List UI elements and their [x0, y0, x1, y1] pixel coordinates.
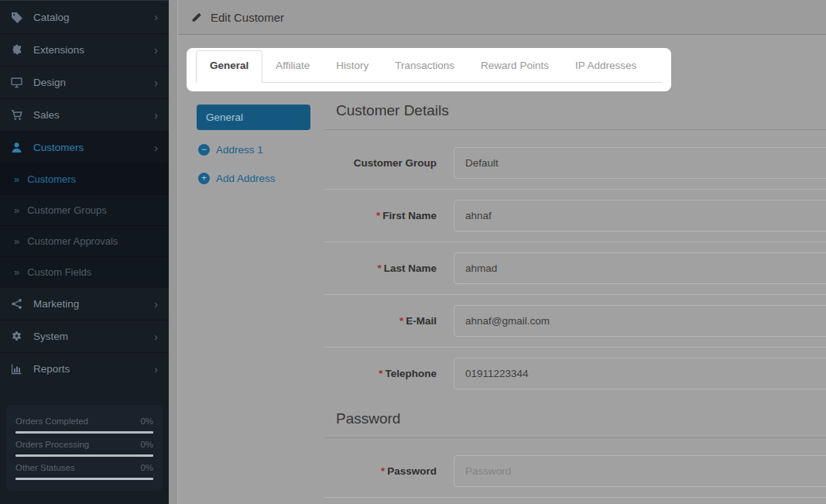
- required-marker: *: [381, 465, 385, 477]
- double-angle-icon: [14, 266, 19, 278]
- stat-row: Orders Processing 0%: [15, 440, 153, 449]
- telephone-label: *Telephone: [336, 367, 437, 381]
- monitor-icon: [11, 77, 24, 88]
- edit-customer-panel: Edit Customer General Affiliate History …: [177, 0, 826, 504]
- submenu-item-label: Customer Groups: [27, 204, 107, 216]
- chevron-right-icon: [154, 331, 158, 342]
- email-input[interactable]: [454, 305, 826, 337]
- sidebar-item-label: Design: [33, 77, 66, 88]
- password-label: *Password: [336, 465, 437, 478]
- required-marker: *: [379, 368, 382, 379]
- form-row-first-name: *First Name: [324, 190, 826, 242]
- plus-circle-icon: [198, 173, 210, 184]
- stat-value: 0%: [140, 463, 153, 472]
- progress-bar: [15, 454, 153, 457]
- chevron-right-icon: [154, 364, 158, 375]
- section-title-customer-details: Customer Details: [324, 102, 826, 130]
- tag-icon: [11, 12, 24, 23]
- customer-tabs: General Affiliate History Transactions R…: [196, 50, 662, 83]
- form-row-last-name: *Last Name: [324, 242, 826, 295]
- chevron-right-icon: [154, 45, 158, 56]
- required-marker: *: [399, 315, 403, 327]
- tab-transactions[interactable]: Transactions: [382, 50, 468, 82]
- sidebar-item-design[interactable]: Design: [0, 66, 169, 98]
- subnav-item-label: Add Address: [216, 173, 276, 184]
- stat-label: Orders Processing: [15, 440, 89, 449]
- stat-label: Orders Completed: [15, 417, 88, 426]
- bar-chart-icon: [11, 363, 24, 375]
- tab-ip-addresses[interactable]: IP Addresses: [562, 50, 649, 82]
- stat-value: 0%: [140, 417, 153, 426]
- main-content: Edit Customer General Affiliate History …: [169, 0, 826, 504]
- chevron-right-icon: [154, 12, 158, 22]
- customer-form: Customer Details Customer Group Default …: [324, 102, 826, 498]
- submenu-item-custom-fields[interactable]: Custom Fields: [0, 256, 169, 287]
- chevron-right-icon: [154, 77, 158, 88]
- form-row-telephone: *Telephone: [324, 348, 826, 399]
- submenu-item-label: Customers: [27, 173, 76, 185]
- sidebar-item-reports[interactable]: Reports: [0, 352, 169, 385]
- sidebar-item-sales[interactable]: Sales: [0, 98, 169, 131]
- sidebar-item-catalog[interactable]: Catalog: [0, 1, 169, 33]
- sidebar-item-marketing[interactable]: Marketing: [0, 287, 169, 320]
- password-input[interactable]: [454, 455, 826, 487]
- sidebar-item-label: Extensions: [33, 44, 84, 56]
- double-angle-icon: [14, 173, 19, 185]
- submenu-item-customer-groups[interactable]: Customer Groups: [0, 194, 169, 225]
- sidebar-item-label: Reports: [33, 363, 70, 375]
- stat-label: Other Statuses: [15, 463, 75, 472]
- required-marker: *: [377, 262, 381, 274]
- double-angle-icon: [14, 204, 19, 216]
- sidebar: Catalog Extensions Design Sales Customer…: [0, 0, 169, 504]
- submenu-item-label: Customer Approvals: [27, 235, 118, 247]
- pencil-icon: [191, 12, 202, 22]
- submenu-item-customers[interactable]: Customers: [0, 163, 169, 194]
- sidebar-item-customers[interactable]: Customers: [0, 131, 169, 163]
- tab-content: General Address 1 Add Address Customer D…: [178, 102, 826, 498]
- tab-affiliate[interactable]: Affiliate: [262, 50, 323, 82]
- user-icon: [11, 142, 24, 153]
- stat-value: 0%: [140, 440, 153, 449]
- tab-history[interactable]: History: [323, 50, 382, 82]
- gear-icon: [11, 331, 24, 342]
- required-marker: *: [376, 210, 380, 221]
- last-name-label: *Last Name: [336, 262, 437, 276]
- first-name-input[interactable]: [454, 200, 826, 231]
- sidebar-item-label: Customers: [33, 142, 84, 153]
- last-name-input[interactable]: [454, 252, 826, 284]
- address-subnav: General Address 1 Add Address: [197, 102, 324, 498]
- chevron-right-icon: [154, 142, 158, 153]
- sidebar-item-system[interactable]: System: [0, 320, 169, 352]
- customer-group-select[interactable]: Default: [454, 147, 826, 179]
- sidebar-item-label: System: [33, 331, 68, 342]
- subnav-item-add-address[interactable]: Add Address: [197, 173, 324, 184]
- sidebar-item-label: Marketing: [33, 298, 79, 310]
- email-label: *E-Mail: [336, 314, 437, 328]
- subnav-item-label: Address 1: [216, 144, 263, 156]
- customers-submenu: Customers Customer Groups Customer Appro…: [0, 163, 169, 287]
- submenu-item-label: Custom Fields: [27, 266, 91, 278]
- double-angle-icon: [14, 235, 19, 247]
- subnav-item-address-1[interactable]: Address 1: [197, 144, 324, 156]
- form-row-email: *E-Mail: [324, 295, 826, 348]
- stat-row: Orders Completed 0%: [15, 417, 153, 426]
- submenu-item-customer-approvals[interactable]: Customer Approvals: [0, 225, 169, 256]
- tab-general[interactable]: General: [196, 50, 262, 83]
- cart-icon: [11, 109, 24, 121]
- puzzle-icon: [11, 44, 24, 56]
- order-stats-panel: Orders Completed 0% Orders Processing 0%…: [6, 405, 163, 491]
- chevron-right-icon: [154, 299, 158, 310]
- sidebar-item-extensions[interactable]: Extensions: [0, 33, 169, 66]
- tab-reward-points[interactable]: Reward Points: [468, 50, 562, 82]
- subnav-item-general[interactable]: General: [197, 105, 310, 130]
- sidebar-item-label: Sales: [33, 109, 60, 121]
- customer-group-label: Customer Group: [336, 156, 437, 170]
- share-icon: [11, 298, 24, 310]
- sidebar-item-label: Catalog: [33, 12, 70, 23]
- progress-bar: [15, 478, 153, 480]
- chevron-right-icon: [154, 110, 158, 121]
- panel-heading: Edit Customer: [178, 0, 826, 35]
- telephone-input[interactable]: [454, 358, 826, 389]
- minus-circle-icon: [198, 144, 210, 156]
- first-name-label: *First Name: [336, 209, 437, 223]
